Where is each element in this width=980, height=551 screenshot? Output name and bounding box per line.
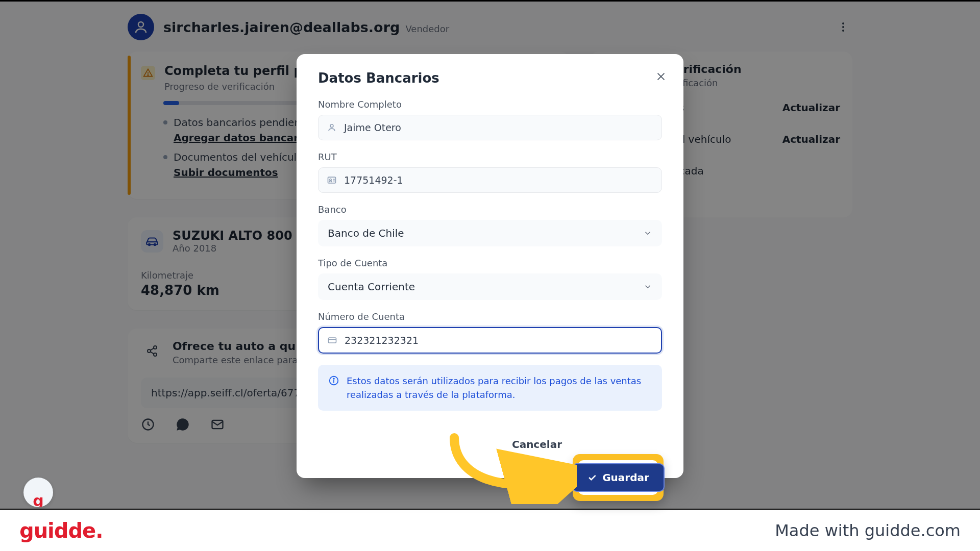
svg-point-0 xyxy=(138,22,143,27)
modal-title: Datos Bancarios xyxy=(318,70,662,86)
svg-point-11 xyxy=(154,353,157,356)
account-number-input[interactable]: 232321232321 xyxy=(318,327,662,354)
account-type-value: Cuenta Corriente xyxy=(328,281,415,293)
chevron-down-icon xyxy=(643,282,652,291)
warning-icon xyxy=(141,66,155,80)
bank-select-value: Banco de Chile xyxy=(328,227,404,239)
account-number-value: 232321232321 xyxy=(345,335,419,346)
svg-point-20 xyxy=(330,179,331,181)
update-docs-button[interactable]: Actualizar xyxy=(782,133,840,145)
account-number-label: Número de Cuenta xyxy=(318,311,662,322)
modal-info-box: Estos datos serán utilizados para recibi… xyxy=(318,365,662,411)
car-icon xyxy=(141,230,163,253)
account-type-label: Tipo de Cuenta xyxy=(318,258,662,268)
update-bank-button[interactable]: Actualizar xyxy=(782,102,840,114)
rut-label: RUT xyxy=(318,152,662,162)
rut-input-value: 17751492-1 xyxy=(344,174,403,186)
clock-icon[interactable] xyxy=(141,417,155,432)
highlight-save-area: Guardar xyxy=(573,454,664,501)
mail-icon[interactable] xyxy=(210,417,225,432)
svg-point-7 xyxy=(149,243,150,245)
id-card-icon xyxy=(327,175,337,185)
check-icon xyxy=(587,472,597,483)
rut-input[interactable]: 17751492-1 xyxy=(318,167,662,193)
svg-line-13 xyxy=(151,352,154,354)
user-email: sircharles.jairen@deallabs.org xyxy=(163,19,400,35)
svg-point-10 xyxy=(148,349,151,353)
name-input-value: Jaime Otero xyxy=(344,122,401,133)
avatar[interactable] xyxy=(128,14,154,40)
alert-accent-bar xyxy=(128,56,131,195)
modal-info-text: Estos datos serán utilizados para recibi… xyxy=(347,374,652,402)
bank-select[interactable]: Banco de Chile xyxy=(318,220,662,246)
svg-point-1 xyxy=(842,22,844,24)
guidde-logo: guidde. xyxy=(19,519,103,542)
tutorial-arrow-icon xyxy=(444,433,577,504)
svg-line-12 xyxy=(151,348,154,350)
user-icon xyxy=(327,122,337,133)
svg-point-3 xyxy=(842,30,844,32)
credit-card-icon xyxy=(327,335,337,345)
whatsapp-icon[interactable] xyxy=(176,417,190,432)
footer-bar: guidde. Made with guidde.com xyxy=(0,510,980,551)
close-button[interactable] xyxy=(653,68,669,85)
dots-vertical-icon xyxy=(837,21,849,33)
user-icon xyxy=(133,19,149,35)
svg-point-27 xyxy=(333,378,334,379)
save-button-label: Guardar xyxy=(602,471,649,484)
name-label: Nombre Completo xyxy=(318,99,662,110)
guidde-record-badge[interactable]: g xyxy=(23,478,53,507)
made-with-text: Made with guidde.com xyxy=(775,521,961,540)
bank-data-modal: Datos Bancarios Nombre Completo Jaime Ot… xyxy=(297,54,683,478)
page-header: sircharles.jairen@deallabs.org Vendedor xyxy=(128,11,852,52)
svg-point-5 xyxy=(148,74,149,76)
user-role: Vendedor xyxy=(405,23,449,34)
close-icon xyxy=(655,71,667,82)
more-menu-button[interactable] xyxy=(834,18,852,36)
svg-point-8 xyxy=(154,243,156,245)
svg-point-2 xyxy=(842,26,844,28)
chevron-down-icon xyxy=(643,229,652,238)
save-button[interactable]: Guardar xyxy=(572,463,665,492)
svg-rect-23 xyxy=(329,338,336,343)
account-type-select[interactable]: Cuenta Corriente xyxy=(318,273,662,300)
svg-point-18 xyxy=(330,124,333,128)
svg-point-9 xyxy=(154,346,157,349)
name-input[interactable]: Jaime Otero xyxy=(318,115,662,140)
share-icon xyxy=(141,340,163,362)
bank-label: Banco xyxy=(318,204,662,215)
info-icon xyxy=(328,375,339,386)
